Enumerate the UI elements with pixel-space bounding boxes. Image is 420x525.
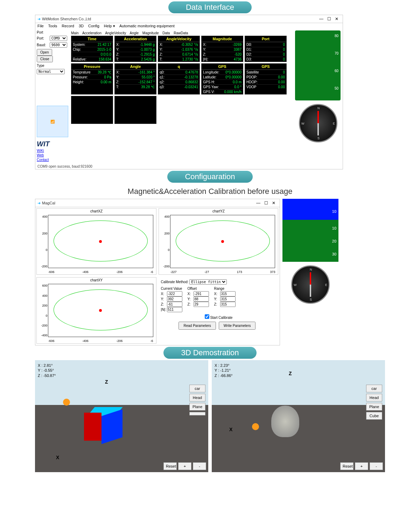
zoom-in-button[interactable]: +	[355, 462, 368, 470]
menu-config[interactable]: Config	[88, 24, 99, 28]
maximize-button[interactable]: ☐	[325, 16, 333, 22]
panel-row: T:2.5426 g	[115, 57, 156, 62]
cur-x-input[interactable]	[167, 291, 182, 296]
panel-row: Z:-152.847 °	[115, 79, 156, 84]
link-contact[interactable]: Contact	[37, 158, 69, 162]
panel-row: D2:0	[245, 52, 286, 57]
cur-z-input[interactable]	[167, 302, 182, 307]
close-button[interactable]: ✕	[270, 200, 278, 206]
port-select[interactable]: COM9	[50, 36, 67, 41]
tab-angle[interactable]: Angle	[130, 31, 139, 35]
panel-row: q0:0.47678	[158, 70, 200, 75]
chart-title: chartYZ	[159, 209, 278, 214]
tab-main[interactable]: Main	[71, 31, 79, 35]
panel-row: Y:-1.0376 °/s	[158, 47, 200, 52]
panel-row: Z:-1.2915 g	[115, 52, 156, 57]
config-subheader: Magnetic&Acceleration Calibration before…	[0, 187, 420, 196]
menu-3d[interactable]: 3D	[79, 24, 84, 28]
model-head-button[interactable]: Head	[189, 394, 205, 401]
readout-y: Y : -0.55°	[38, 368, 56, 373]
zoom-in-button[interactable]: +	[178, 462, 191, 470]
off-y-input[interactable]	[194, 296, 209, 302]
panel-gps1: GPSLongitude:0°0.00000Latitude:0°0.00000…	[201, 63, 243, 94]
model-head-button[interactable]: Head	[366, 394, 382, 401]
start-calibrate-checkbox[interactable]	[205, 314, 209, 319]
method-select[interactable]: Ellipse fittin	[189, 279, 227, 285]
panel-row: T:39.28 ℃	[115, 84, 156, 89]
tab-rawdata[interactable]: RawData	[174, 31, 188, 35]
model-cube-button[interactable]: Cube	[366, 412, 382, 420]
sun-icon	[252, 423, 259, 430]
rng-z-input[interactable]	[220, 302, 236, 307]
off-x-input[interactable]	[194, 291, 209, 296]
panel-row: Latitude:0°0.00000	[202, 75, 243, 79]
link-wiki[interactable]: WiKi	[37, 149, 69, 153]
port-label: Port:	[37, 36, 49, 40]
panel-angvel: AngleVelocityX:-0.3052 °/sY:-1.0376 °/sZ…	[158, 36, 200, 62]
port-group-label: Port	[37, 30, 69, 34]
cur-n-input[interactable]	[167, 307, 182, 312]
reset-button[interactable]: Reset	[163, 462, 177, 470]
menu-record[interactable]: Record	[62, 24, 74, 28]
axis-readout: X : 2.81° Y : -0.55° Z : -50.87°	[38, 363, 56, 378]
zoom-out-button[interactable]: -	[370, 462, 383, 470]
panel-title: q	[158, 64, 200, 70]
panel-pressure: PressureTemprature39.28 ℃Pressure:0 PaHe…	[71, 63, 113, 94]
panel-row: Satellite0	[245, 70, 286, 75]
model-car-button[interactable]: car	[189, 385, 205, 392]
strip-tick: 10	[332, 226, 336, 230]
panel-row: D0:0	[245, 42, 286, 47]
read-parameters-button[interactable]: Read Parameters	[178, 322, 216, 330]
menu-file[interactable]: File	[37, 24, 44, 28]
close-port-button[interactable]: Close	[37, 56, 53, 62]
menu-help[interactable]: Help ▾	[104, 24, 115, 28]
rng-x-input[interactable]	[220, 291, 236, 296]
panel-row: Pressure:0 Pa	[71, 75, 113, 79]
menu-auto[interactable]: Automatic monitoring equipment	[119, 24, 175, 28]
baud-select[interactable]: 9600	[50, 42, 67, 48]
panel-row: X:-161.384 °	[115, 70, 156, 75]
3d-view-right: X : 2.23° Y : -1.21° Z : -66.86° Z X car…	[212, 360, 385, 472]
section-pill-config: Configuaration	[167, 171, 252, 183]
wit-logo: WIT	[37, 140, 69, 148]
minimize-button[interactable]: —	[317, 16, 325, 22]
menu-tools[interactable]: Tools	[48, 24, 57, 28]
left-sidebar: Port Port: COM9 Baud: 9600 Open Close Ty…	[35, 29, 70, 164]
write-parameters-button[interactable]: Write Parameters	[219, 322, 256, 330]
off-z-input[interactable]	[194, 302, 209, 307]
open-button[interactable]: Open	[37, 49, 52, 56]
panel-row: HDOP:0.00	[245, 79, 286, 84]
model-car-button[interactable]: car	[366, 385, 382, 392]
panel-row: Y:3387	[202, 47, 243, 52]
axis-readout: X : 2.23° Y : -1.21° Z : -66.86°	[215, 363, 232, 378]
panel-row: X:-3269	[202, 42, 243, 47]
rng-y-input[interactable]	[220, 296, 236, 302]
gauge-tick: 80	[335, 34, 338, 38]
readout-z: Z : -50.87°	[38, 373, 56, 378]
minimize-button[interactable]: —	[254, 200, 262, 206]
tab-magnitude[interactable]: Magnitude	[142, 31, 159, 35]
readout-y: Y : -1.21°	[215, 368, 232, 373]
reset-button[interactable]: Reset	[340, 462, 354, 470]
tab-data[interactable]: Data	[162, 31, 170, 35]
tab-accel[interactable]: Acceleration	[82, 31, 102, 35]
model-plane-button[interactable]: Plane	[189, 403, 205, 411]
panel-title: Port	[245, 36, 286, 42]
tab-angvel[interactable]: AngleVelocity	[105, 31, 126, 35]
type-select[interactable]: Normal	[37, 69, 65, 74]
strip-tick: 30	[332, 252, 336, 256]
panel-row: D1:0	[245, 47, 286, 52]
cur-y-input[interactable]	[167, 296, 182, 302]
model-blank-button[interactable]	[189, 412, 205, 415]
calibrate-controls: Calibrate Method: Ellipse fittinCurrent …	[159, 277, 278, 344]
link-web[interactable]: Web	[37, 153, 69, 157]
model-plane-button[interactable]: Plane	[366, 403, 382, 411]
close-button[interactable]: ✕	[333, 16, 341, 22]
3d-view-left: X : 2.81° Y : -0.55° Z : -50.87° Z X car…	[35, 360, 208, 472]
zoom-out-button[interactable]: -	[193, 462, 206, 470]
magcal-window: ➜ MagCal — ☐ ✕ chartXZ4002000-200-606-40…	[35, 199, 280, 345]
panel-row: Z:0.6714 °/s	[158, 52, 200, 57]
maximize-button[interactable]: ☐	[262, 200, 270, 206]
sun-icon	[63, 399, 70, 406]
start-calibrate-label: Start Calibrate	[210, 316, 232, 320]
